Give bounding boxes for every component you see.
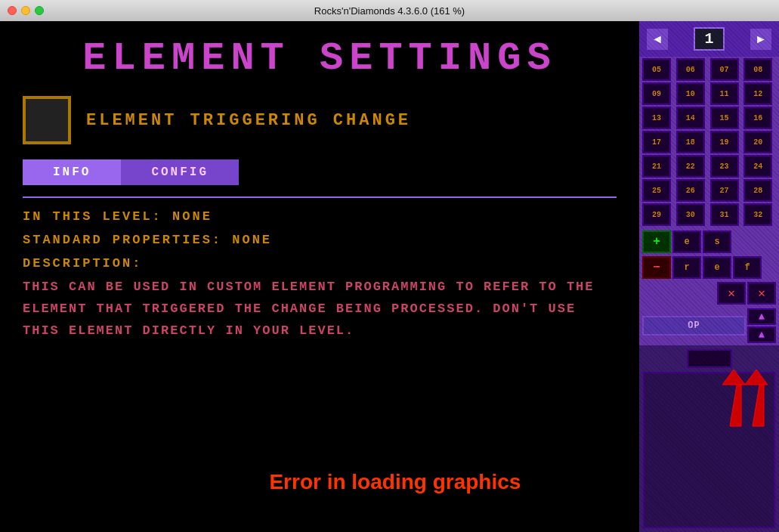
grid-cell-13[interactable]: 13 <box>642 107 671 129</box>
op-button[interactable]: OP <box>642 316 746 336</box>
grid-cell-31[interactable]: 31 <box>710 203 739 226</box>
tab-row: INFO CONFIG <box>0 156 639 189</box>
grid-cell-07[interactable]: 07 <box>710 58 739 81</box>
game-panel: ELEMENT SETTINGS ELEMENT TRIGGERING CHAN… <box>0 21 639 532</box>
description-text: THIS CAN BE USED IN CUSTOM ELEMENT PROGR… <box>23 277 617 342</box>
grid-cell-11[interactable]: 11 <box>710 82 739 105</box>
down-arrow-button[interactable]: ▲ <box>747 326 776 343</box>
e2-button[interactable]: e <box>703 256 731 279</box>
r-button[interactable]: r <box>672 256 701 279</box>
traffic-lights <box>8 6 44 15</box>
close1-button[interactable]: ✕ <box>717 282 746 305</box>
tool-row-1: + e s <box>639 229 779 255</box>
grid-cell-19[interactable]: 19 <box>710 131 739 153</box>
grid-cell-25[interactable]: 25 <box>642 179 671 202</box>
element-icon <box>23 96 71 144</box>
tab-config[interactable]: CONFIG <box>121 159 239 185</box>
minimize-button[interactable] <box>21 6 30 15</box>
mini-cell-1 <box>687 349 732 368</box>
grid-cell-20[interactable]: 20 <box>743 131 772 153</box>
grid-cell-18[interactable]: 18 <box>676 131 705 153</box>
next-page-button[interactable]: ► <box>750 29 771 50</box>
grid-cell-14[interactable]: 14 <box>676 107 705 129</box>
remove-button[interactable]: − <box>642 256 671 279</box>
element-grid: 05 06 07 08 09 10 11 12 13 14 15 16 17 1… <box>639 57 779 227</box>
grid-cell-27[interactable]: 27 <box>710 179 739 202</box>
grid-cell-15[interactable]: 15 <box>710 107 739 129</box>
add-button[interactable]: + <box>642 230 671 253</box>
grid-cell-24[interactable]: 24 <box>743 155 772 178</box>
tool-row-2: − r e f <box>639 255 779 280</box>
grid-cell-22[interactable]: 22 <box>676 155 705 178</box>
page-title: ELEMENT SETTINGS <box>0 21 639 88</box>
prev-page-button[interactable]: ◄ <box>647 29 668 50</box>
f-button[interactable]: f <box>733 256 762 279</box>
grid-cell-26[interactable]: 26 <box>676 179 705 202</box>
grid-cell-32[interactable]: 32 <box>743 203 772 226</box>
s-button[interactable]: s <box>703 230 731 253</box>
close2-button[interactable]: ✕ <box>747 282 776 305</box>
divider <box>23 196 617 198</box>
info-content: IN THIS LEVEL: NONE STANDARD PROPERTIES:… <box>0 202 639 350</box>
element-header: ELEMENT TRIGGERING CHANGE <box>0 88 639 152</box>
description-label: DESCRIPTION: <box>23 256 617 271</box>
maximize-button[interactable] <box>35 6 44 15</box>
grid-cell-29[interactable]: 29 <box>642 203 671 226</box>
up-arrow-button[interactable]: ▲ <box>747 308 776 325</box>
grid-cell-23[interactable]: 23 <box>710 155 739 178</box>
in-this-level-line: IN THIS LEVEL: NONE <box>23 209 617 224</box>
title-bar: Rocks'n'Diamonds 4.3.6.0 (161 %) <box>0 0 779 21</box>
main-area: ELEMENT SETTINGS ELEMENT TRIGGERING CHAN… <box>0 21 779 532</box>
window-title: Rocks'n'Diamonds 4.3.6.0 (161 %) <box>314 5 465 17</box>
standard-properties-line: STANDARD PROPERTIES: NONE <box>23 233 617 247</box>
close-button[interactable] <box>8 6 17 15</box>
error-message: Error in loading graphics <box>269 470 521 494</box>
grid-cell-17[interactable]: 17 <box>642 131 671 153</box>
e-button[interactable]: e <box>672 230 701 253</box>
tool-row-3: ✕ ✕ <box>639 280 779 306</box>
sidebar-spacer <box>643 372 775 528</box>
grid-cell-16[interactable]: 16 <box>743 107 772 129</box>
tab-info[interactable]: INFO <box>23 159 121 185</box>
grid-cell-09[interactable]: 09 <box>642 82 671 105</box>
sidebar: ◄ 1 ► 05 06 07 08 09 10 11 12 13 14 15 1… <box>639 21 779 532</box>
grid-cell-21[interactable]: 21 <box>642 155 671 178</box>
op-area: OP ▲ ▲ <box>639 306 779 345</box>
scroll-controls: ◄ 1 ► <box>639 21 779 57</box>
element-title: ELEMENT TRIGGERING CHANGE <box>86 111 411 130</box>
grid-cell-10[interactable]: 10 <box>676 82 705 105</box>
grid-cell-06[interactable]: 06 <box>676 58 705 81</box>
grid-cell-05[interactable]: 05 <box>642 58 671 81</box>
grid-cell-28[interactable]: 28 <box>743 179 772 202</box>
page-number: 1 <box>694 27 724 51</box>
grid-cell-12[interactable]: 12 <box>743 82 772 105</box>
grid-cell-30[interactable]: 30 <box>676 203 705 226</box>
sidebar-bottom <box>639 345 779 532</box>
grid-cell-08[interactable]: 08 <box>743 58 772 81</box>
